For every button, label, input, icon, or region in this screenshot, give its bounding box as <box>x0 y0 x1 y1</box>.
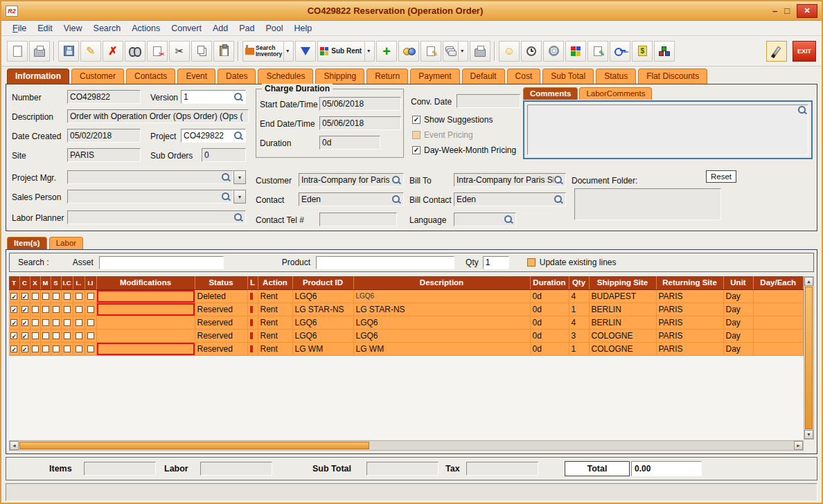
blocks-button[interactable] <box>654 41 675 62</box>
tab-dates[interactable]: Dates <box>218 69 256 84</box>
scroll-left-button[interactable]: ◄ <box>10 441 19 450</box>
row-checkbox[interactable] <box>51 329 61 342</box>
action-cell[interactable]: Rent <box>258 342 292 355</box>
column-header[interactable]: Description <box>353 276 530 289</box>
chevron-down-icon[interactable]: ▼ <box>364 42 372 61</box>
column-header[interactable]: Modifications <box>96 276 195 289</box>
row-checkbox[interactable] <box>30 329 40 342</box>
day-week-month-checkbox[interactable]: ✓ Day-Week-Month Pricing <box>412 145 516 155</box>
labor-planner-field[interactable] <box>67 210 246 224</box>
copy-button[interactable] <box>191 41 212 62</box>
menu-item-search[interactable]: Search <box>88 22 127 35</box>
column-header[interactable]: I.I <box>85 276 96 289</box>
tab-items[interactable]: Item(s) <box>7 237 47 249</box>
menu-item-pad[interactable]: Pad <box>233 22 260 35</box>
item-row[interactable]: ✓✓DeletedRentLGQ6LGQ60d4BUDAPESTPARISDay <box>9 289 804 303</box>
sales-person-field[interactable] <box>67 190 233 204</box>
sales-person-dropdown-button[interactable]: ▼ <box>233 190 246 204</box>
row-checkbox[interactable]: ✓ <box>9 329 19 342</box>
tab-default[interactable]: Default <box>462 69 505 84</box>
search-icon[interactable] <box>233 92 243 102</box>
shipping-site-cell[interactable]: COLOGNE <box>589 342 656 355</box>
show-suggestions-checkbox[interactable]: ✓ Show Suggestions <box>412 115 493 125</box>
unit-cell[interactable]: Day <box>723 316 753 329</box>
item-row[interactable]: ✓✓ReservedRentLG STAR-NSLG STAR-NS0d1BER… <box>9 303 804 316</box>
status-cell[interactable]: Reserved <box>195 316 247 329</box>
description-field[interactable]: Order with Operation Order (Ops Order) (… <box>67 109 249 123</box>
qty-cell[interactable]: 4 <box>569 316 589 329</box>
tab-shipping[interactable]: Shipping <box>315 69 364 84</box>
description-cell[interactable]: LGQ6 <box>353 316 530 329</box>
tab-payment[interactable]: Payment <box>410 69 459 84</box>
chevron-down-icon[interactable]: ▼ <box>283 42 291 61</box>
row-checkbox[interactable] <box>51 342 61 355</box>
column-header[interactable]: Day/Each <box>753 276 804 289</box>
search-icon[interactable] <box>391 175 401 185</box>
row-checkbox[interactable]: ✓ <box>9 303 19 316</box>
row-checkbox[interactable]: ✓ <box>9 289 19 303</box>
row-checkbox[interactable] <box>51 303 61 316</box>
labor-total-field[interactable] <box>200 462 272 476</box>
tax-field[interactable] <box>466 462 538 476</box>
row-checkbox[interactable] <box>40 329 51 342</box>
catalog-button[interactable] <box>565 41 586 62</box>
product-id-cell[interactable]: LGQ6 <box>292 329 353 342</box>
qty-cell[interactable]: 4 <box>569 289 589 303</box>
shipping-site-cell[interactable]: COLOGNE <box>589 329 656 342</box>
menu-item-add[interactable]: Add <box>207 22 233 35</box>
column-header[interactable]: Duration <box>530 276 569 289</box>
column-header[interactable]: T <box>9 276 19 289</box>
close-button[interactable]: ✕ <box>797 4 817 18</box>
row-checkbox[interactable] <box>61 329 73 342</box>
product-id-cell[interactable]: LG STAR-NS <box>292 303 353 316</box>
tab-event[interactable]: Event <box>177 69 215 84</box>
tab-schedules[interactable]: Schedules <box>258 69 313 84</box>
save-button[interactable] <box>58 41 79 62</box>
search-icon[interactable] <box>554 175 563 185</box>
language-field[interactable] <box>454 213 516 226</box>
contact-field[interactable]: Eden <box>299 192 404 206</box>
modifications-cell[interactable] <box>96 303 195 316</box>
row-checkbox[interactable] <box>30 289 40 303</box>
exit-button[interactable]: EXIT <box>793 41 816 62</box>
column-header[interactable]: Action <box>258 276 292 289</box>
scroll-down-button[interactable]: ▼ <box>804 430 813 439</box>
funnel-button[interactable] <box>295 41 316 62</box>
column-header[interactable]: M <box>40 276 51 289</box>
action-cell[interactable]: Rent <box>258 329 292 342</box>
row-checkbox[interactable] <box>40 289 51 303</box>
shipping-site-cell[interactable]: BERLIN <box>589 316 656 329</box>
labor-indicator-cell[interactable] <box>247 329 258 342</box>
project-mgr-dropdown-button[interactable]: ▼ <box>233 170 246 184</box>
key-button[interactable] <box>610 41 630 62</box>
vertical-scroll-thumb[interactable] <box>805 287 813 429</box>
version-field[interactable]: 1 <box>181 90 246 104</box>
total-field[interactable]: 0.00 <box>631 461 702 476</box>
qty-cell[interactable]: 1 <box>569 303 589 316</box>
row-checkbox[interactable] <box>30 342 40 355</box>
description-cell[interactable]: LGQ6 <box>353 289 530 303</box>
column-header[interactable]: Status <box>195 276 247 289</box>
row-checkbox[interactable]: ✓ <box>19 303 30 316</box>
row-checkbox[interactable] <box>73 316 85 329</box>
column-header[interactable]: Qty <box>569 276 589 289</box>
tab-flat-discounts[interactable]: Flat Discounts <box>638 69 707 84</box>
document-folder-box[interactable] <box>574 188 721 220</box>
qty-cell[interactable]: 3 <box>569 329 589 342</box>
status-cell[interactable]: Reserved <box>195 303 247 316</box>
tab-sub-total[interactable]: Sub Total <box>542 69 594 84</box>
returning-site-cell[interactable]: PARIS <box>656 289 723 303</box>
vertical-scrollbar[interactable]: ▲ ▼ <box>804 276 814 440</box>
row-checkbox[interactable] <box>40 316 51 329</box>
menu-item-view[interactable]: View <box>58 22 88 35</box>
search-icon[interactable] <box>554 195 563 204</box>
contact-tel-field[interactable] <box>319 213 397 226</box>
tab-contacts[interactable]: Contacts <box>126 69 175 84</box>
shipping-site-cell[interactable]: BUDAPEST <box>589 289 656 303</box>
reset-button[interactable]: Reset <box>706 170 736 183</box>
status-cell[interactable]: Reserved <box>195 329 247 342</box>
item-row[interactable]: ✓✓ReservedRentLGQ6LGQ60d3COLOGNEPARISDay <box>9 329 804 342</box>
search-icon[interactable] <box>797 105 807 115</box>
row-checkbox[interactable] <box>61 316 73 329</box>
column-header[interactable]: Product ID <box>292 276 353 289</box>
